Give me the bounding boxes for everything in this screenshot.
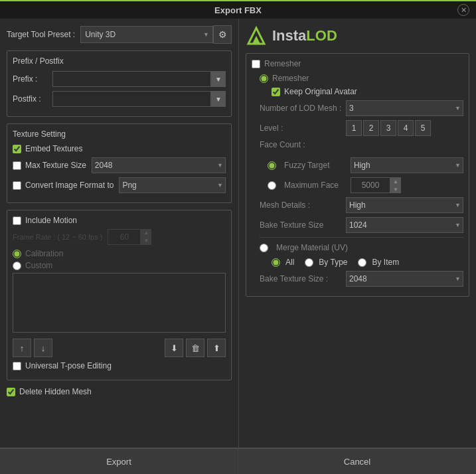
frame-rate-spin-buttons: ▲ ▼ <box>141 229 151 245</box>
svg-marker-1 <box>252 36 260 44</box>
calibration-label: Calibration <box>25 249 63 258</box>
merge-all-radio[interactable] <box>272 258 280 267</box>
export-button[interactable]: ⬆ <box>207 339 226 357</box>
delete-button[interactable]: 🗑 <box>186 339 204 357</box>
remesher-radio[interactable] <box>260 74 268 83</box>
level-3-button[interactable]: 3 <box>380 120 396 136</box>
mesh-details-select-wrap: Low Medium High Very High <box>346 197 463 213</box>
level-2-button[interactable]: 2 <box>363 120 379 136</box>
lod-count-row: Number of LOD Mesh : 1 2 3 4 5 <box>260 100 463 116</box>
lod-count-select-wrap: 1 2 3 4 5 <box>346 100 463 116</box>
move-down-button[interactable]: ↓ <box>34 339 52 357</box>
cancel-button[interactable]: Cancel <box>238 448 476 474</box>
convert-image-row: Convert Image Format to Png Jpg Tga Bmp <box>13 177 226 193</box>
motion-icon-buttons: ↑ ↓ ⬇ 🗑 ⬆ <box>13 339 226 357</box>
maxface-down-button[interactable]: ▼ <box>390 185 401 193</box>
bake-texture-row-2: Bake Texture Size : 512 1024 2048 4096 <box>260 271 463 287</box>
merge-material-label: Merge Material (UV) <box>276 243 348 252</box>
preset-select[interactable]: Unity 3D Unreal Engine 3ds Max Maya <box>80 26 213 43</box>
convert-image-label: Convert Image Format to <box>25 181 114 190</box>
maximum-face-radio[interactable] <box>268 181 276 190</box>
universal-tpose-checkbox[interactable] <box>13 362 21 370</box>
bake-texture-2-select-wrap: 512 1024 2048 4096 <box>346 271 463 287</box>
bake-texture-row: Bake Texture Size 512 1024 2048 4096 <box>260 217 463 233</box>
merge-byitem-radio[interactable] <box>358 258 366 267</box>
texture-setting-section: Texture Setting Embed Textures Max Textu… <box>7 123 232 203</box>
merge-bytype-label: By Type <box>319 258 347 267</box>
max-texture-checkbox[interactable] <box>13 161 21 170</box>
level-4-button[interactable]: 4 <box>398 120 414 136</box>
fuzzy-target-select[interactable]: Low Medium High Very High <box>351 157 463 173</box>
maxface-input[interactable] <box>351 177 390 193</box>
keep-original-checkbox[interactable] <box>272 88 280 96</box>
prefix-arrow-button[interactable]: ▼ <box>211 71 226 87</box>
lod-count-label: Number of LOD Mesh : <box>260 104 346 113</box>
maximum-face-row: Maximum Face ▲ ▼ <box>268 177 463 193</box>
postfix-arrow-button[interactable]: ▼ <box>211 91 226 107</box>
import-button[interactable]: ⬇ <box>165 339 183 357</box>
lod-count-select[interactable]: 1 2 3 4 5 <box>346 100 463 116</box>
motion-textarea[interactable] <box>13 273 226 333</box>
calibration-radio[interactable] <box>13 250 21 258</box>
level-1-button[interactable]: 1 <box>346 120 362 136</box>
prefix-label: Prefix : <box>13 74 52 84</box>
fuzzy-target-radio[interactable] <box>268 161 276 170</box>
frame-rate-input[interactable] <box>108 229 141 245</box>
close-button[interactable]: ✕ <box>457 4 469 16</box>
custom-row: Custom <box>13 261 226 270</box>
embed-textures-checkbox[interactable] <box>13 145 21 153</box>
prefix-postfix-section: Prefix / Postfix Prefix : ▼ Postfix : ▼ <box>7 50 232 117</box>
bake-texture-select-wrap: 512 1024 2048 4096 <box>346 217 463 233</box>
merge-byitem-label: By Item <box>372 258 399 267</box>
prefix-input[interactable] <box>52 71 211 87</box>
move-up-button[interactable]: ↑ <box>13 339 31 357</box>
title-bar: Export FBX ✕ <box>0 0 476 19</box>
include-motion-checkbox[interactable] <box>13 216 21 225</box>
instalod-label: Remesher <box>264 59 301 68</box>
bake-texture-2-select[interactable]: 512 1024 2048 4096 <box>346 271 463 287</box>
preset-row: Target Tool Preset : Unity 3D Unreal Eng… <box>7 25 232 44</box>
frame-rate-up-button[interactable]: ▲ <box>141 229 151 237</box>
postfix-input[interactable] <box>52 91 211 107</box>
maxface-up-button[interactable]: ▲ <box>390 177 401 185</box>
convert-image-select[interactable]: Png Jpg Tga Bmp <box>119 177 226 193</box>
max-texture-select[interactable]: 512 1024 2048 4096 <box>92 157 226 173</box>
instalod-header: InstaLOD <box>246 25 469 46</box>
mesh-details-label: Mesh Details : <box>260 200 346 210</box>
merge-byitem-option: By Item <box>358 258 399 267</box>
mesh-details-select[interactable]: Low Medium High Very High <box>346 197 463 213</box>
texture-setting-title: Texture Setting <box>13 129 226 139</box>
custom-radio[interactable] <box>13 262 21 270</box>
bake-texture-select[interactable]: 512 1024 2048 4096 <box>346 217 463 233</box>
footer: Export Cancel <box>0 447 476 474</box>
instalod-logo: InstaLOD <box>246 25 337 46</box>
level-row: Level : 1 2 3 4 5 <box>260 120 463 136</box>
frame-rate-down-button[interactable]: ▼ <box>141 237 151 245</box>
universal-tpose-label: Universal T-pose Editing <box>25 361 112 370</box>
divider <box>260 237 463 238</box>
frame-rate-label: Frame Rate : ( 12 ~ 60 fps ) <box>13 233 102 241</box>
max-texture-label: Max Texture Size <box>25 161 86 170</box>
merge-bytype-radio[interactable] <box>305 258 313 267</box>
level-buttons: 1 2 3 4 5 <box>346 120 431 136</box>
instalod-enable-row: Remesher <box>252 59 463 68</box>
preset-select-wrapper: Unity 3D Unreal Engine 3ds Max Maya <box>80 26 213 43</box>
keep-original-row: Keep Original Avatar <box>260 87 463 96</box>
right-panel: InstaLOD Remesher Remesher Keep Original… <box>239 19 476 447</box>
frame-rate-spinbox: ▲ ▼ <box>108 229 151 245</box>
maxface-input-wrap: ▲ ▼ <box>351 177 401 193</box>
merge-material-row: Merge Material (UV) <box>260 243 463 252</box>
include-motion-header: Include Motion <box>13 216 226 225</box>
bake-texture-label: Bake Texture Size <box>260 220 346 230</box>
convert-image-checkbox[interactable] <box>13 181 21 190</box>
main-content: Target Tool Preset : Unity 3D Unreal Eng… <box>0 19 476 447</box>
delete-hidden-mesh-row: Delete Hidden Mesh <box>7 387 232 396</box>
export-button[interactable]: Export <box>0 448 238 474</box>
merge-material-radio[interactable] <box>260 244 268 252</box>
gear-button[interactable]: ⚙ <box>213 25 232 44</box>
instalod-checkbox[interactable] <box>252 60 260 68</box>
merge-all-label: All <box>285 258 294 267</box>
postfix-label: Postfix : <box>13 94 52 104</box>
delete-hidden-checkbox[interactable] <box>7 388 15 396</box>
level-5-button[interactable]: 5 <box>415 120 431 136</box>
